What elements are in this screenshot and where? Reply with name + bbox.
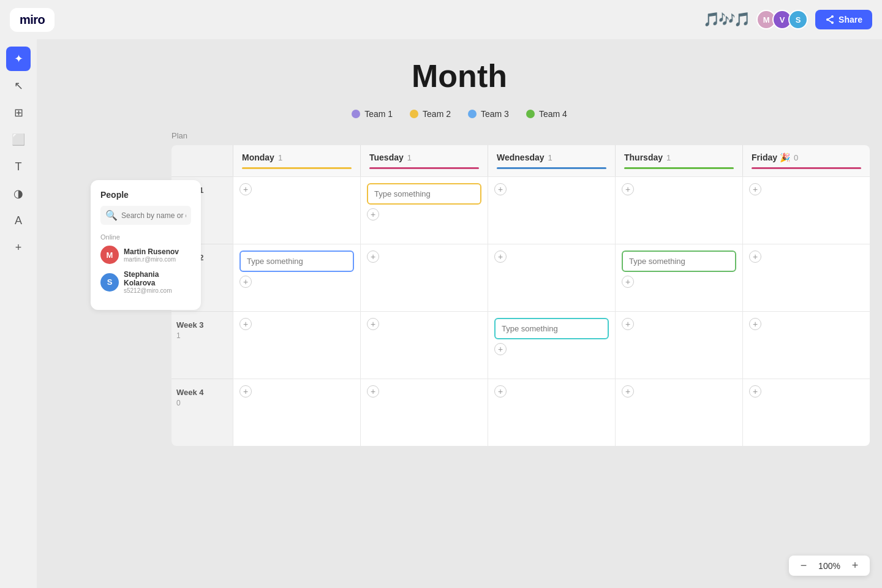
add-btn-thu-w1[interactable]: + (622, 183, 634, 195)
col-name-tuesday: Tuesday 1 (369, 153, 479, 162)
zoom-controls: − 100% + (789, 556, 870, 576)
legend-label-team4: Team 4 (539, 109, 567, 119)
day-cell-mon-w4: + (233, 379, 360, 446)
day-cell-wed-w3: + (488, 311, 615, 379)
day-cell-tue-w2: + (360, 244, 488, 311)
card-input-tue-w1[interactable] (367, 183, 481, 205)
share-label: Share (839, 15, 862, 24)
font-tool-button[interactable]: A (6, 208, 31, 233)
col-name-friday: Friday 🎉 0 (752, 153, 861, 162)
add-btn-mon-w2[interactable]: + (239, 276, 252, 288)
header-empty (172, 145, 233, 176)
legend-label-team2: Team 2 (423, 109, 451, 119)
search-input[interactable] (121, 211, 186, 220)
col-divider-tuesday (369, 167, 479, 169)
calendar-area: Plan Monday 1 Tuesday 1 (172, 131, 870, 446)
col-name-wednesday: Wednesday 1 (497, 153, 606, 162)
col-header-friday: Friday 🎉 0 (742, 145, 870, 176)
legend-dot-team3 (468, 110, 477, 118)
user-info-martin: Martin Rusenov martin.r@miro.com (124, 247, 179, 263)
legend-dot-team2 (410, 110, 418, 118)
col-divider-thursday (624, 167, 734, 169)
day-cell-mon-w1: + (233, 176, 360, 244)
avatar[interactable]: S (788, 10, 808, 29)
legend-item-team3: Team 3 (468, 109, 509, 119)
day-cell-thu-w4: + (615, 379, 742, 446)
day-cell-fri-w2: + (742, 244, 870, 311)
add-btn-fri-w1[interactable]: + (749, 183, 761, 195)
board-title: Month (49, 58, 870, 94)
shapes-tool-button[interactable]: ◑ (6, 181, 31, 206)
add-btn-wed-w1[interactable]: + (494, 183, 507, 195)
col-divider-wednesday (497, 167, 606, 169)
day-cell-thu-w1: + (615, 176, 742, 244)
smart-tool-button[interactable]: ✦ (6, 47, 31, 71)
day-cell-tue-w3: + (360, 311, 488, 379)
note-tool-button[interactable]: ⬜ (6, 127, 31, 152)
legend-item-team1: Team 1 (352, 109, 393, 119)
add-btn-tue-w4[interactable]: + (367, 385, 379, 398)
day-cell-fri-w3: + (742, 311, 870, 379)
add-btn-thu-w3[interactable]: + (622, 318, 634, 330)
table-tool-button[interactable]: ⊞ (6, 100, 31, 125)
user-item-martin: M Martin Rusenov martin.r@miro.com (100, 246, 191, 264)
add-tool-button[interactable]: + (6, 235, 31, 260)
add-btn-mon-w4[interactable]: + (239, 385, 252, 398)
music-icon: 🎵🎶🎵 (703, 12, 749, 28)
legend-item-team4: Team 4 (526, 109, 567, 119)
add-btn-tue-w2[interactable]: + (367, 251, 379, 263)
share-button[interactable]: Share (815, 10, 872, 29)
week-label-4: Week 4 0 (172, 379, 233, 446)
add-btn-fri-w4[interactable]: + (749, 385, 761, 398)
svg-line-4 (827, 20, 832, 23)
add-btn-tue-w3[interactable]: + (367, 318, 379, 330)
col-header-wednesday: Wednesday 1 (488, 145, 615, 176)
plan-label: Plan (172, 131, 870, 140)
card-input-mon-w2[interactable] (239, 251, 354, 272)
card-input-thu-w2[interactable] (622, 251, 736, 272)
add-btn-wed-w2[interactable]: + (494, 251, 507, 263)
avatars: M V S (756, 10, 808, 29)
user-info-stephania: Stephania Kolarova s5212@miro.com (124, 270, 191, 294)
user-email-stephania: s5212@miro.com (124, 287, 191, 294)
col-header-tuesday: Tuesday 1 (360, 145, 488, 176)
day-cell-wed-w4: + (488, 379, 615, 446)
user-avatar-martin: M (100, 246, 119, 264)
day-cell-tue-w1: + (360, 176, 488, 244)
zoom-level: 100% (817, 561, 842, 571)
legend-label-team3: Team 3 (481, 109, 509, 119)
add-btn-thu-w2[interactable]: + (622, 276, 634, 288)
add-btn-wed-w3[interactable]: + (494, 343, 507, 355)
main-content: Month Team 1 Team 2 Team 3 Team 4 People… (37, 39, 882, 588)
day-cell-mon-w2: + (233, 244, 360, 311)
online-label: Online (100, 233, 191, 241)
day-cell-wed-w1: + (488, 176, 615, 244)
add-btn-tue-w1[interactable]: + (367, 208, 379, 221)
add-btn-mon-w1[interactable]: + (239, 183, 252, 195)
add-btn-thu-w4[interactable]: + (622, 385, 634, 398)
add-btn-fri-w2[interactable]: + (749, 251, 761, 263)
search-box[interactable]: 🔍 (100, 206, 191, 225)
zoom-out-button[interactable]: − (796, 559, 811, 572)
day-cell-fri-w4: + (742, 379, 870, 446)
col-name-thursday: Thursday 1 (624, 153, 734, 162)
people-panel: People 🔍 Online M Martin Rusenov martin.… (91, 180, 201, 310)
col-divider-friday (752, 167, 861, 169)
text-tool-button[interactable]: T (6, 154, 31, 179)
card-input-wed-w3[interactable] (494, 318, 609, 339)
svg-line-3 (827, 17, 832, 20)
logo[interactable]: miro (10, 8, 55, 32)
user-name-stephania: Stephania Kolarova (124, 270, 191, 287)
legend: Team 1 Team 2 Team 3 Team 4 (49, 109, 870, 119)
add-btn-wed-w4[interactable]: + (494, 385, 507, 398)
day-cell-thu-w3: + (615, 311, 742, 379)
zoom-in-button[interactable]: + (848, 559, 862, 572)
left-toolbar: ✦ ↖ ⊞ ⬜ T ◑ A + (0, 39, 37, 588)
add-btn-mon-w3[interactable]: + (239, 318, 252, 330)
day-cell-thu-w2: + (615, 244, 742, 311)
add-btn-fri-w3[interactable]: + (749, 318, 761, 330)
week-label-3: Week 3 1 (172, 311, 233, 379)
legend-item-team2: Team 2 (410, 109, 451, 119)
day-cell-fri-w1: + (742, 176, 870, 244)
select-tool-button[interactable]: ↖ (6, 74, 31, 98)
